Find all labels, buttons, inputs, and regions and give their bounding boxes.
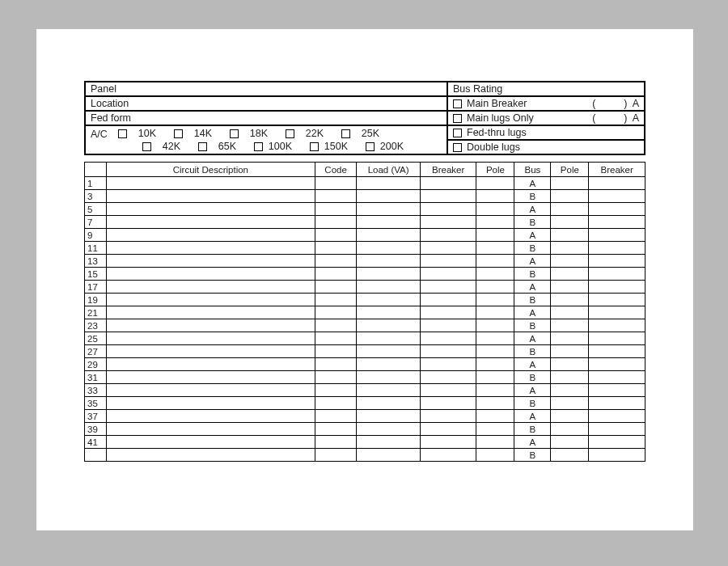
ac-option: 10K (115, 128, 156, 140)
empty-cell (420, 216, 476, 229)
empty-cell (476, 345, 514, 358)
empty-cell (315, 216, 357, 229)
ac-option: 14K (171, 128, 212, 140)
empty-cell (551, 384, 589, 397)
checkbox-icon[interactable] (341, 129, 350, 138)
checkbox-icon[interactable] (453, 99, 462, 108)
empty-cell (420, 384, 476, 397)
empty-cell (420, 358, 476, 371)
empty-cell (106, 216, 315, 229)
empty-cell (551, 216, 589, 229)
amp-unit: A (633, 98, 639, 109)
circuit-number: 1 (85, 177, 107, 190)
empty-cell (106, 410, 315, 423)
checkbox-icon[interactable] (174, 129, 183, 138)
empty-cell (315, 229, 357, 242)
table-row: 41A (85, 436, 645, 449)
empty-cell (106, 229, 315, 242)
table-row: 1A (85, 177, 645, 190)
bus-value: B (514, 294, 551, 306)
checkbox-icon[interactable] (198, 142, 207, 151)
empty-cell (476, 397, 514, 410)
empty-cell (357, 203, 420, 216)
circuit-number: 39 (85, 423, 107, 436)
document-page: Panel Bus Rating Location Main Breaker (… (36, 29, 693, 530)
ac-option: 25K (338, 128, 379, 140)
empty-cell (420, 268, 476, 281)
circuit-schedule-table: Circuit Description Code Load (VA) Break… (84, 162, 645, 462)
checkbox-icon[interactable] (254, 142, 263, 151)
empty-cell (106, 281, 315, 294)
bus-value: B (514, 423, 551, 436)
empty-cell (357, 410, 420, 423)
empty-cell (357, 358, 420, 371)
circuit-number (85, 449, 107, 462)
ac-option-value: 100K (268, 141, 292, 153)
bus-value: B (514, 190, 551, 203)
circuit-number: 13 (85, 255, 107, 268)
empty-cell (357, 190, 420, 203)
empty-cell (315, 332, 357, 345)
circuit-number: 23 (85, 319, 107, 332)
empty-cell (420, 397, 476, 410)
empty-cell (420, 371, 476, 384)
empty-cell (420, 423, 476, 436)
checkbox-icon[interactable] (286, 129, 294, 138)
fed-thru-option: Fed-thru lugs (447, 125, 645, 140)
empty-cell (551, 449, 589, 462)
ac-option-value: 65K (212, 141, 236, 153)
bus-value: B (514, 449, 551, 462)
empty-cell (551, 203, 589, 216)
table-header-row: Circuit Description Code Load (VA) Break… (85, 163, 645, 177)
empty-cell (357, 436, 420, 449)
empty-cell (420, 306, 476, 319)
empty-cell (589, 268, 645, 281)
table-row: 19B (85, 294, 645, 306)
table-row: 39B (85, 423, 645, 436)
checkbox-icon[interactable] (366, 142, 375, 151)
location-label: Location (85, 96, 447, 111)
empty-cell (476, 190, 514, 203)
double-lugs-option: Double lugs (447, 140, 645, 154)
empty-cell (589, 203, 645, 216)
bus-value: A (514, 384, 551, 397)
empty-cell (589, 242, 645, 255)
table-row: 5A (85, 203, 645, 216)
empty-cell (551, 358, 589, 371)
empty-cell (420, 294, 476, 306)
empty-cell (420, 177, 476, 190)
checkbox-icon[interactable] (453, 129, 462, 137)
empty-cell (420, 190, 476, 203)
empty-cell (106, 319, 315, 332)
bus-value: B (514, 319, 551, 332)
ac-option: 100K (251, 141, 292, 153)
checkbox-icon[interactable] (453, 114, 462, 123)
circuit-number: 33 (85, 384, 107, 397)
table-row: B (85, 449, 645, 462)
empty-cell (315, 397, 357, 410)
checkbox-icon[interactable] (453, 143, 462, 152)
empty-cell (315, 319, 357, 332)
col-breaker2: Breaker (589, 163, 645, 177)
empty-cell (476, 410, 514, 423)
empty-cell (357, 268, 420, 281)
empty-cell (106, 436, 315, 449)
main-breaker-label: Main Breaker (467, 98, 527, 110)
checkbox-icon[interactable] (310, 142, 319, 151)
col-num (85, 163, 107, 177)
empty-cell (420, 436, 476, 449)
empty-cell (106, 177, 315, 190)
empty-cell (476, 332, 514, 345)
empty-cell (420, 242, 476, 255)
ac-option-value: 42K (156, 141, 180, 153)
checkbox-icon[interactable] (118, 129, 127, 138)
checkbox-icon[interactable] (230, 129, 239, 138)
circuit-number: 9 (85, 229, 107, 242)
empty-cell (551, 371, 589, 384)
empty-cell (420, 255, 476, 268)
checkbox-icon[interactable] (142, 142, 151, 151)
empty-cell (589, 190, 645, 203)
panel-label: Panel (85, 82, 447, 96)
circuit-number: 15 (85, 268, 107, 281)
bus-value: A (514, 436, 551, 449)
